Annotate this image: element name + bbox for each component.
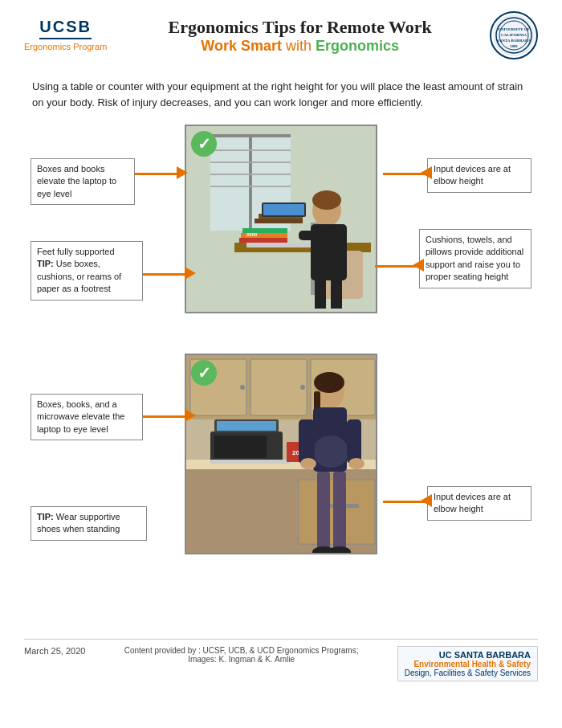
- footer-date: March 25, 2020: [24, 646, 85, 656]
- sub-title-ergonomics: Ergonomics: [316, 38, 399, 54]
- svg-rect-47: [217, 421, 276, 431]
- footer-dept: Environmental Health & Safety: [405, 660, 531, 669]
- annotation-feet: Feet fully supported TIP: Use boxes, cus…: [31, 241, 143, 301]
- svg-rect-36: [250, 359, 307, 415]
- sub-title: Work Smart with Ergonomics: [121, 38, 479, 55]
- footer: March 25, 2020 Content provided by : UCS…: [24, 639, 538, 681]
- svg-text:CALIFORNIA: CALIFORNIA: [501, 33, 527, 37]
- feet-tip-label: TIP:: [37, 259, 56, 268]
- svg-rect-9: [249, 134, 252, 231]
- logo-area: UCSB Ergonomics Program: [24, 18, 107, 52]
- footer-ucsb: UC SANTA BARBARA Environmental Health & …: [397, 646, 538, 681]
- svg-point-24: [312, 190, 341, 210]
- main-title: Ergonomics Tips for Remote Work: [121, 17, 479, 38]
- svg-rect-19: [263, 204, 304, 215]
- page: UCSB Ergonomics Program Ergonomics Tips …: [0, 0, 562, 728]
- annotation-boxes-microwave: Boxes, books, and a microwave elevate th…: [31, 394, 143, 440]
- university-seal: UNIVERSITY OF CALIFORNIA SANTA BARBARA 1…: [490, 11, 538, 59]
- arrow-head-5: [185, 409, 196, 422]
- svg-point-52: [314, 372, 344, 393]
- arrow-head-6: [421, 494, 432, 507]
- annotation-input-devices-1: Input devices are at elbow height: [427, 158, 531, 193]
- section-sitting: 2000 Boxes and books elevate the laptop …: [24, 117, 538, 350]
- sub-title-work-smart: Work Smart: [201, 38, 286, 54]
- feet-label: Feet fully supported: [37, 247, 115, 256]
- svg-rect-60: [317, 472, 330, 552]
- svg-rect-26: [299, 231, 339, 240]
- svg-rect-57: [347, 419, 361, 464]
- footer-services: Design, Facilities & Safety Services: [405, 669, 531, 677]
- sitting-photo: 2000: [185, 125, 377, 313]
- svg-text:2000: 2000: [246, 232, 258, 237]
- content-area: 2000 Boxes and books elevate the laptop …: [0, 117, 562, 631]
- arrow-line-1: [135, 173, 179, 175]
- header-titles: Ergonomics Tips for Remote Work Work Sma…: [121, 17, 479, 55]
- shoes-tip-label: TIP:: [37, 512, 56, 521]
- svg-rect-28: [331, 280, 342, 309]
- svg-point-58: [300, 458, 316, 469]
- arrow-head-1: [177, 166, 188, 179]
- annotation-input-devices-2: Input devices are at elbow height: [427, 486, 531, 521]
- standing-photo: 2000: [185, 354, 377, 554]
- annotation-boxes-books: Boxes and books elevate the laptop to ey…: [31, 158, 135, 205]
- arrow-head-4: [413, 259, 424, 272]
- standing-checkmark: [191, 360, 217, 386]
- arrow-line-5: [143, 415, 187, 418]
- footer-ucsb-label: UC SANTA BARBARA: [405, 650, 531, 660]
- arrow-head-3: [421, 166, 432, 179]
- svg-rect-48: [210, 460, 291, 464]
- svg-rect-45: [214, 436, 267, 458]
- svg-point-38: [240, 385, 245, 390]
- sub-title-with: with: [286, 38, 316, 54]
- svg-point-39: [300, 385, 305, 390]
- svg-text:SANTA BARBARA: SANTA BARBARA: [497, 39, 531, 43]
- arrow-head-2: [185, 267, 196, 280]
- svg-rect-27: [315, 280, 326, 309]
- svg-rect-56: [299, 419, 315, 464]
- section-standing: 2000: [24, 350, 538, 623]
- header: UCSB Ergonomics Program Ergonomics Tips …: [0, 0, 562, 67]
- sitting-checkmark: [191, 131, 217, 157]
- svg-point-55: [313, 436, 348, 468]
- svg-rect-61: [333, 472, 346, 552]
- footer-content-credit: Content provided by : UCSF, UCB, & UCD E…: [124, 646, 359, 655]
- logo-subtitle: Ergonomics Program: [24, 41, 107, 52]
- svg-point-59: [348, 458, 364, 469]
- footer-credits: Content provided by : UCSF, UCB, & UCD E…: [124, 646, 359, 664]
- footer-images-credit: Images: K. Ingman & K. Amlie: [188, 655, 295, 664]
- annotation-shoes: TIP: Wear supportive shoes when standing: [31, 506, 147, 541]
- seal-inner: UNIVERSITY OF CALIFORNIA SANTA BARBARA 1…: [493, 14, 535, 56]
- svg-text:1909: 1909: [511, 44, 519, 48]
- ucsb-logo: UCSB: [39, 18, 92, 39]
- svg-rect-16: [255, 219, 303, 223]
- intro-text: Using a table or counter with your equip…: [0, 67, 562, 117]
- svg-rect-29: [239, 238, 287, 243]
- annotation-cushions: Cushions, towels, and pillows provide ad…: [419, 229, 531, 288]
- svg-text:UNIVERSITY OF: UNIVERSITY OF: [498, 27, 529, 31]
- arrow-line-2: [143, 273, 187, 276]
